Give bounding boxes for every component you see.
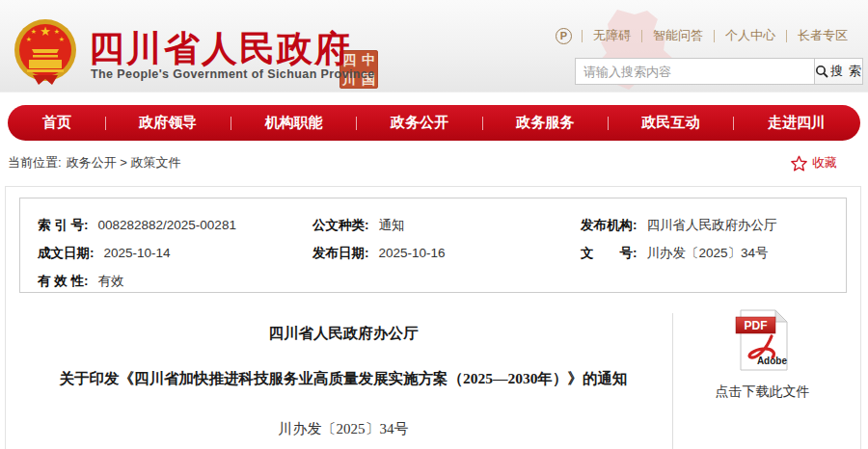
meta-written-date-label: 成文日期: xyxy=(38,246,95,260)
document-card: 索 引 号:008282882/2025-00281 公文种类:通知 发布机构:… xyxy=(5,186,861,449)
divider xyxy=(608,117,609,130)
document-body: 四川省人民政府办公厅 关于印发《四川省加快推进科技服务业高质量发展实施方案（20… xyxy=(6,303,681,449)
main-nav: 首页 政府领导 机构职能 政务公开 政务服务 政民互动 走进四川 xyxy=(8,105,860,141)
meta-agency-label: 发布机构: xyxy=(581,218,637,232)
meta-doc-type-label: 公文种类: xyxy=(312,218,369,232)
download-label: 点击下载此文件 xyxy=(673,383,852,401)
star-icon xyxy=(791,155,807,172)
meta-written-date: 成文日期:2025-10-14 xyxy=(38,245,312,262)
svg-text:★: ★ xyxy=(54,28,60,35)
pdf-file-icon: PDF Adobe xyxy=(733,308,793,372)
link-personal-center[interactable]: 个人中心 xyxy=(715,27,786,44)
divider xyxy=(105,117,106,130)
search-input[interactable] xyxy=(575,58,815,85)
breadcrumb-row: 当前位置: 政务公开 > 政策文件 收藏 xyxy=(8,145,860,181)
favorite-label: 收藏 xyxy=(812,154,837,172)
meta-doc-number-label: 文 号: xyxy=(581,246,637,260)
meta-doc-type: 公文种类:通知 xyxy=(312,217,581,234)
site-subtitle: The People's Government of Sichuan Provi… xyxy=(91,67,375,81)
document-issuing-org: 四川省人民政府办公厅 xyxy=(6,324,681,344)
breadcrumb-prefix: 当前位置: xyxy=(8,154,62,172)
sichuan-map-watermark xyxy=(575,4,691,102)
favorite-button[interactable]: 收藏 xyxy=(791,154,837,172)
meta-doc-number: 文 号:川办发〔2025〕34号 xyxy=(581,245,846,262)
link-senior-zone[interactable]: 长者专区 xyxy=(787,27,858,44)
divider xyxy=(231,117,231,130)
search-button[interactable]: 搜 索 xyxy=(815,58,863,85)
svg-text:★: ★ xyxy=(31,28,37,35)
search-bar: 搜 索 xyxy=(575,58,863,85)
site-header: ★ ★ ★ ★ ★ 四川省人民政府 The People's Governmen… xyxy=(0,0,868,92)
document-number: 川办发〔2025〕34号 xyxy=(6,420,681,438)
adobe-label: Adobe xyxy=(756,356,787,366)
accessibility-icon[interactable]: P xyxy=(556,28,572,44)
meta-validity: 有 效 性:有效 xyxy=(38,273,312,290)
divider xyxy=(482,117,483,130)
svg-text:★: ★ xyxy=(26,36,32,42)
header-quick-links: P 无障碍 智能问答 个人中心 长者专区 xyxy=(556,27,858,44)
meta-index: 索 引 号:008282882/2025-00281 xyxy=(38,217,312,234)
breadcrumb: 当前位置: 政务公开 > 政策文件 xyxy=(8,154,180,172)
document-title: 关于印发《四川省加快推进科技服务业高质量发展实施方案（2025—2030年）》的… xyxy=(35,369,652,389)
meta-written-date-value: 2025-10-14 xyxy=(104,246,171,260)
divider xyxy=(356,117,357,130)
nav-item-about-sichuan[interactable]: 走进四川 xyxy=(762,114,831,132)
site-brand[interactable]: ★ ★ ★ ★ ★ 四川省人民政府 The People's Governmen… xyxy=(14,13,419,91)
link-smart-qa[interactable]: 智能问答 xyxy=(642,27,714,44)
svg-text:★: ★ xyxy=(40,24,51,39)
meta-doc-number-value: 川办发〔2025〕34号 xyxy=(647,246,769,260)
page: ★ ★ ★ ★ ★ 四川省人民政府 The People's Governmen… xyxy=(0,0,868,449)
meta-publish-date-label: 发布日期: xyxy=(312,246,369,260)
meta-agency: 发布机构:四川省人民政府办公厅 xyxy=(581,217,846,234)
meta-index-label: 索 引 号: xyxy=(38,218,89,232)
search-icon xyxy=(815,65,828,78)
breadcrumb-path[interactable]: 政务公开 > 政策文件 xyxy=(67,154,181,172)
meta-agency-value: 四川省人民政府办公厅 xyxy=(647,218,777,232)
meta-doc-type-value: 通知 xyxy=(379,218,405,232)
search-button-label: 搜 索 xyxy=(830,63,862,80)
nav-item-leaders[interactable]: 政府领导 xyxy=(133,114,203,132)
divider xyxy=(733,117,734,130)
meta-publish-date-value: 2025-10-16 xyxy=(379,246,446,260)
link-accessibility[interactable]: 无障碍 xyxy=(583,27,641,44)
meta-validity-value: 有效 xyxy=(98,274,124,288)
pdf-download-link[interactable]: PDF Adobe 点击下载此文件 xyxy=(673,303,852,449)
nav-item-interaction[interactable]: 政民互动 xyxy=(637,114,706,132)
document-meta-table: 索 引 号:008282882/2025-00281 公文种类:通知 发布机构:… xyxy=(19,198,847,293)
pdf-badge-label: PDF xyxy=(744,319,767,332)
nav-item-gov-services[interactable]: 政务服务 xyxy=(510,114,580,132)
nav-item-home[interactable]: 首页 xyxy=(37,114,77,132)
svg-text:★: ★ xyxy=(59,36,65,42)
nav-item-gov-affairs[interactable]: 政务公开 xyxy=(385,114,454,132)
meta-publish-date: 发布日期:2025-10-16 xyxy=(312,245,581,262)
site-title: 四川省人民政府 xyxy=(89,25,352,73)
meta-validity-label: 有 效 性: xyxy=(38,274,89,288)
meta-index-value: 008282882/2025-00281 xyxy=(98,218,236,232)
nav-item-functions[interactable]: 机构职能 xyxy=(259,114,329,132)
national-emblem-icon: ★ ★ ★ ★ ★ xyxy=(14,15,77,89)
